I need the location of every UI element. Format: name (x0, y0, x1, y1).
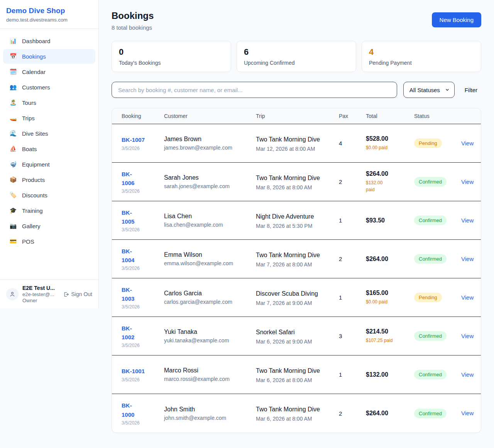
column-header-actions (461, 113, 481, 119)
customer-name: John Smith (164, 406, 250, 413)
customer-name: Lisa Chen (164, 213, 250, 220)
table-header: Booking Customer Trip Pax Total Status (112, 108, 481, 124)
sidebar-item-dive-sites[interactable]: 🌊 Dive Sites (3, 126, 95, 141)
status-cell: Confirmed (414, 409, 461, 418)
sidebar-item-discounts[interactable]: 🏷️ Discounts (3, 188, 95, 202)
booking-id-link[interactable]: BK- 1003 (122, 285, 159, 303)
total-amount: $93.50 (366, 217, 409, 224)
stat-card-todays-bookings: 0 Today's Bookings (112, 41, 231, 72)
sidebar-item-customers[interactable]: 👥 Customers (3, 80, 95, 94)
booking-id-link[interactable]: BK- 1004 (122, 247, 159, 265)
sidebar-item-equipment[interactable]: 🤿 Equipment (3, 157, 95, 172)
customer-cell: Sarah Jones sarah.jones@example.com (164, 174, 256, 189)
total-cell: $264.00 (366, 410, 414, 417)
table-row: BK-1007 3/5/2026 James Brown james.brown… (112, 124, 481, 163)
status-badge: Confirmed (414, 216, 447, 225)
sidebar-item-products[interactable]: 📦 Products (3, 172, 95, 187)
view-link[interactable]: View (461, 179, 474, 185)
trip-cell: Two Tank Morning Dive Mar 12, 2026 at 8:… (256, 135, 339, 152)
pax-cell: 2 (339, 179, 366, 185)
total-amount: $165.00 (366, 290, 409, 296)
trip-cell: Discover Scuba Diving Mar 7, 2026 at 9:0… (256, 289, 339, 306)
sidebar-item-dashboard[interactable]: 📊 Dashboard (3, 34, 95, 48)
booking-date: 3/5/2026 (122, 146, 159, 151)
trip-name: Two Tank Morning Dive (256, 366, 325, 376)
sidebar-item-training[interactable]: 🎓 Training (3, 203, 95, 218)
user-role: Owner (22, 298, 55, 303)
total-amount: $264.00 (366, 256, 409, 263)
booking-id-link[interactable]: BK-1007 (122, 135, 159, 144)
booking-id-link[interactable]: BK-1001 (122, 367, 159, 376)
trip-datetime: Mar 7, 2026 at 8:00 AM (256, 261, 333, 268)
trip-datetime: Mar 8, 2026 at 5:30 PM (256, 223, 333, 229)
sidebar-item-tours[interactable]: 🏝️ Tours (3, 95, 95, 110)
avatar (6, 288, 19, 300)
pax-cell: 4 (339, 140, 366, 147)
customer-cell: James Brown james.brown@example.com (164, 136, 256, 151)
sidebar-item-calendar[interactable]: 🗓️ Calendar (3, 64, 95, 79)
nav-item-label: Gallery (22, 223, 41, 229)
sidebar-item-bookings[interactable]: 📅 Bookings (3, 49, 95, 64)
sidebar-item-boats[interactable]: ⛵ Boats (3, 141, 95, 156)
actions-cell: View (461, 333, 481, 340)
pax-cell: 1 (339, 371, 366, 378)
trip-name: Night Dive Adventure (256, 212, 325, 221)
customer-cell: John Smith john.smith@example.com (164, 406, 256, 421)
user-info: E2E Test U... e2e-tester@... Owner (22, 285, 55, 303)
status-badge: Confirmed (414, 409, 447, 418)
nav-item-label: Equipment (22, 161, 50, 168)
status-cell: Confirmed (414, 331, 461, 341)
total-amount: $214.50 (366, 328, 409, 335)
booking-id-link[interactable]: BK- 1005 (122, 208, 159, 226)
trip-datetime: Mar 6, 2026 at 8:00 AM (256, 416, 333, 422)
trip-cell: Two Tank Morning Dive Mar 6, 2026 at 8:0… (256, 366, 339, 383)
view-link[interactable]: View (461, 217, 474, 224)
filter-button[interactable]: Filter (461, 87, 481, 93)
view-link[interactable]: View (461, 371, 474, 378)
trip-name: Discover Scuba Diving (256, 289, 325, 298)
view-link[interactable]: View (461, 410, 474, 416)
view-link[interactable]: View (461, 140, 474, 147)
stat-label: Upcoming Confirmed (244, 60, 349, 66)
booking-cell: BK- 1000 3/5/2026 (122, 401, 164, 426)
nav-item-icon: 📊 (9, 37, 17, 44)
nav-item-icon: 🤿 (9, 161, 17, 168)
booking-id-link[interactable]: BK- 1002 (122, 324, 159, 342)
booking-id-link[interactable]: BK- 1006 (122, 170, 159, 188)
booking-id-link[interactable]: BK- 1000 (122, 401, 159, 419)
paid-amount: $0.00 paid (366, 144, 409, 151)
column-header-status: Status (414, 113, 461, 119)
total-amount: $264.00 (366, 170, 409, 177)
booking-cell: BK- 1002 3/5/2026 (122, 324, 164, 349)
customer-name: Marco Rossi (164, 367, 250, 374)
booking-date: 3/5/2026 (122, 266, 159, 271)
view-link[interactable]: View (461, 294, 474, 301)
customer-email: marco.rossi@example.com (164, 376, 250, 382)
status-cell: Pending (414, 293, 461, 302)
page-header: Bookings 8 total bookings New Booking (112, 10, 481, 31)
stat-value: 6 (244, 47, 349, 57)
pax-cell: 1 (339, 294, 366, 301)
trip-datetime: Mar 6, 2026 at 8:00 AM (256, 377, 333, 383)
view-link[interactable]: View (461, 256, 474, 262)
total-amount: $264.00 (366, 410, 409, 417)
view-link[interactable]: View (461, 333, 474, 339)
paid-amount: $107.25 paid (366, 337, 409, 344)
total-cell: $214.50 $107.25 paid (366, 328, 414, 344)
table-row: BK-1001 3/5/2026 Marco Rossi marco.rossi… (112, 355, 481, 394)
sidebar-item-pos[interactable]: 💳 POS (3, 234, 95, 249)
sign-out-button[interactable]: Sign Out (63, 291, 92, 297)
pax-cell: 2 (339, 410, 366, 417)
booking-cell: BK- 1006 3/5/2026 (122, 170, 164, 194)
sidebar-item-gallery[interactable]: 📷 Gallery (3, 219, 95, 233)
trip-name: Two Tank Morning Dive (256, 173, 325, 183)
status-select[interactable]: All Statuses (403, 82, 455, 98)
search-input[interactable] (112, 82, 397, 98)
nav-item-label: Tours (22, 99, 36, 106)
sidebar-item-trips[interactable]: 🚤 Trips (3, 111, 95, 125)
table-row: BK- 1000 3/5/2026 John Smith john.smith@… (112, 394, 481, 433)
customer-cell: Marco Rossi marco.rossi@example.com (164, 367, 256, 382)
shop-header: Demo Dive Shop demo.test.divestreams.com (0, 0, 98, 29)
nav-item-icon: 💳 (9, 238, 17, 245)
new-booking-button[interactable]: New Booking (432, 12, 481, 27)
